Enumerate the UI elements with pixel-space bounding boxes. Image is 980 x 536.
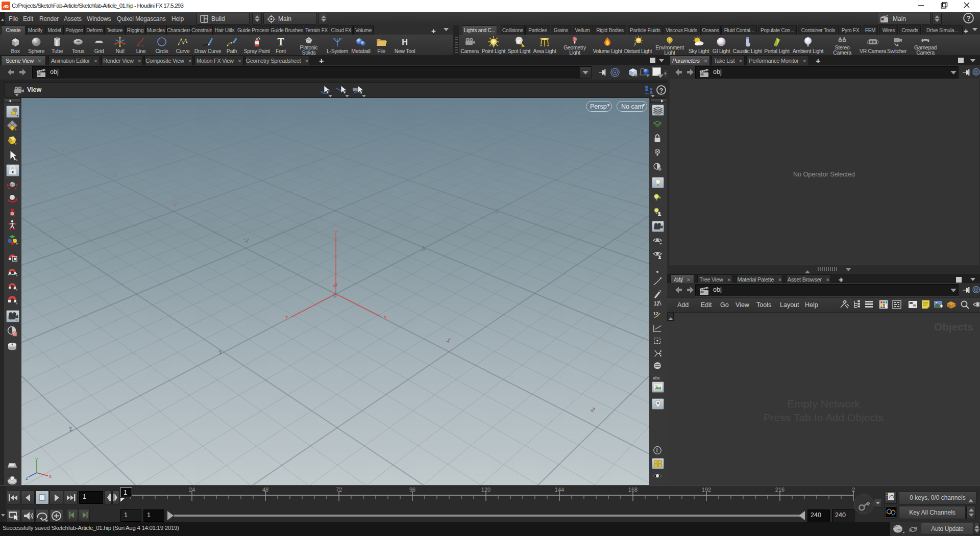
svg-text:168: 168	[628, 487, 638, 493]
svg-text:12: 12	[654, 301, 660, 307]
svg-text:H: H	[402, 38, 407, 46]
svg-text:z: z	[26, 475, 28, 481]
svg-text:2: 2	[852, 487, 855, 493]
svg-text:T: T	[277, 36, 284, 47]
svg-text:z: z	[285, 314, 288, 320]
svg-text:i: i	[656, 448, 658, 453]
svg-text:96: 96	[409, 487, 415, 493]
svg-text:144: 144	[555, 487, 564, 493]
svg-text:72: 72	[336, 487, 342, 493]
svg-text:abc: abc	[653, 375, 660, 380]
svg-text:x: x	[49, 473, 52, 479]
svg-text:y: y	[334, 229, 337, 235]
svg-text:216: 216	[775, 487, 785, 493]
svg-text:120: 120	[481, 487, 491, 493]
svg-text:24: 24	[189, 487, 195, 493]
svg-text:x: x	[384, 314, 387, 320]
svg-text:48: 48	[262, 487, 268, 493]
svg-text:y: y	[35, 457, 38, 462]
svg-text:192: 192	[702, 487, 711, 493]
